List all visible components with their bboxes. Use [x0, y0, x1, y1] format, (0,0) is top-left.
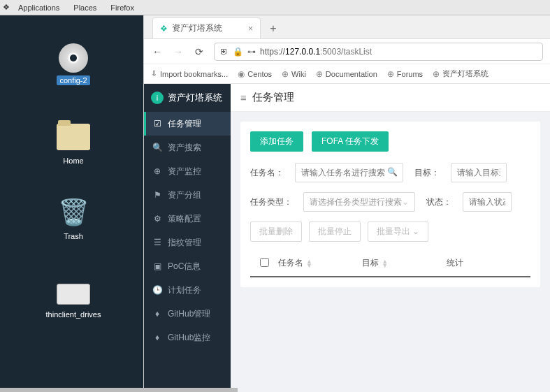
import-icon: ⇩ — [151, 69, 157, 78]
clock-icon: 🕒 — [152, 285, 162, 295]
system-icon: ❖ — [3, 3, 10, 12]
search-icon[interactable]: 🔍 — [387, 167, 398, 177]
app-root: i 资产灯塔系统 ☑任务管理 🔍资产搜索 ⊕资产监控 ⚑资产分组 ⚙策略配置 ☰… — [144, 84, 550, 392]
trash-icon: 🗑️ — [57, 196, 90, 229]
gear-icon: ⚙ — [152, 214, 162, 224]
os-taskbar — [0, 388, 238, 392]
filter-target-label: 目标： — [414, 167, 440, 179]
chevron-down-icon: ⌄ — [402, 197, 409, 207]
reload-button[interactable]: ⟳ — [193, 46, 205, 57]
fofa-task-button[interactable]: FOFA 任务下发 — [312, 131, 389, 152]
globe-icon: ⊕ — [433, 69, 440, 79]
filter-status-label: 状态： — [426, 196, 451, 208]
icon-label: thinclient_drives — [46, 310, 101, 319]
new-tab-button[interactable]: + — [263, 19, 283, 38]
address-bar[interactable]: ⛨ 🔒 ⊶ https://127.0.0.1:5003/taskList — [214, 43, 543, 61]
chevron-down-icon: ⌄ — [412, 226, 419, 236]
os-topbar: ❖ Applications Places Firefox — [0, 0, 550, 15]
icon-label: Trash — [64, 232, 83, 240]
info-icon: ▣ — [152, 261, 162, 271]
globe-icon: ⊕ — [387, 69, 394, 79]
shield-icon: ⛨ — [220, 47, 229, 57]
brand-logo-icon: i — [151, 92, 164, 104]
desktop-icon-home[interactable]: Home — [35, 120, 112, 165]
group-icon: ⚑ — [152, 190, 162, 200]
icon-label: config-2 — [57, 75, 89, 85]
sidebar: i 资产灯塔系统 ☑任务管理 🔍资产搜索 ⊕资产监控 ⚑资产分组 ⚙策略配置 ☰… — [144, 84, 231, 392]
desktop-icon-config2[interactable]: config-2 — [35, 43, 112, 85]
col-task-name[interactable]: 任务名▲▼ — [278, 257, 362, 269]
github-icon: ♦ — [152, 309, 162, 319]
bookmark-docs[interactable]: ⊕Documentation — [316, 69, 377, 79]
url-bar: ← → ⟳ ⛨ 🔒 ⊶ https://127.0.0.1:5003/taskL… — [144, 39, 550, 64]
browser-window: ❖ 资产灯塔系统 × + ← → ⟳ ⛨ 🔒 ⊶ https://127.0.0… — [143, 15, 550, 392]
desktop-icon-thinclient[interactable]: thinclient_drives — [35, 274, 112, 319]
tab-favicon-icon: ❖ — [160, 24, 168, 34]
globe-icon: ⊕ — [282, 69, 289, 79]
filter-type-label: 任务类型： — [250, 196, 292, 208]
bookmark-app[interactable]: ⊕资产灯塔系统 — [433, 68, 489, 79]
sidebar-item-group[interactable]: ⚑资产分组 — [144, 183, 231, 207]
table-header: 任务名▲▼ 目标▲▼ 统计 — [250, 250, 530, 277]
forward-button[interactable]: → — [172, 46, 184, 57]
tab-title: 资产灯塔系统 — [172, 22, 222, 34]
sidebar-item-monitor[interactable]: ⊕资产监控 — [144, 159, 231, 183]
desktop: config-2 Home 🗑️ Trash thinclient_drives — [0, 15, 143, 392]
search-icon: 🔍 — [152, 143, 162, 152]
menu-applications[interactable]: Applications — [11, 3, 66, 12]
bookmark-wiki[interactable]: ⊕Wiki — [282, 69, 306, 79]
icon-label: Home — [63, 157, 83, 165]
batch-delete-button[interactable]: 批量删除 — [250, 222, 302, 242]
main-panel: ≡ 任务管理 添加任务 FOFA 任务下发 任务名： 🔍 目标： — [231, 84, 550, 392]
menu-firefox[interactable]: Firefox — [103, 3, 141, 12]
globe-icon: ◉ — [238, 69, 245, 79]
lock-icon: 🔒 — [233, 47, 243, 57]
filter-target-input[interactable] — [451, 163, 507, 182]
github-icon: ♦ — [152, 333, 162, 342]
monitor-icon: ⊕ — [152, 166, 162, 176]
menu-places[interactable]: Places — [66, 3, 103, 12]
batch-stop-button[interactable]: 批量停止 — [309, 222, 361, 242]
sidebar-item-schedule[interactable]: 🕒计划任务 — [144, 278, 231, 302]
brand-text: 资产灯塔系统 — [168, 92, 222, 104]
key-icon: ⊶ — [247, 47, 256, 57]
sidebar-brand: i 资产灯塔系统 — [144, 84, 231, 112]
sidebar-item-poc[interactable]: ▣PoC信息 — [144, 254, 231, 278]
filter-type-select[interactable]: 请选择任务类型进行搜索 ⌄ — [303, 192, 415, 212]
sort-icon: ▲▼ — [382, 259, 388, 268]
tab-bar: ❖ 资产灯塔系统 × + — [144, 15, 550, 39]
menu-toggle-icon[interactable]: ≡ — [240, 92, 247, 103]
batch-export-button[interactable]: 批量导出 ⌄ — [368, 222, 428, 242]
sidebar-item-github-manage[interactable]: ♦GitHub管理 — [144, 302, 231, 326]
cd-icon — [59, 43, 88, 73]
sidebar-item-fingerprint[interactable]: ☰指纹管理 — [144, 231, 231, 254]
card: 添加任务 FOFA 任务下发 任务名： 🔍 目标： 任务类型： — [240, 122, 540, 287]
close-icon[interactable]: × — [248, 24, 253, 34]
col-stats: 统计 — [447, 257, 530, 269]
desktop-icon-trash[interactable]: 🗑️ Trash — [35, 196, 112, 240]
bookmark-forums[interactable]: ⊕Forums — [387, 69, 423, 79]
bookmarks-bar: ⇩Import bookmarks... ◉Centos ⊕Wiki ⊕Docu… — [144, 64, 550, 84]
bookmark-centos[interactable]: ◉Centos — [238, 69, 272, 79]
main-header: ≡ 任务管理 — [231, 84, 550, 112]
back-button[interactable]: ← — [151, 46, 164, 57]
sidebar-item-search[interactable]: 🔍资产搜索 — [144, 136, 231, 159]
browser-tab[interactable]: ❖ 资产灯塔系统 × — [152, 17, 261, 38]
page-title: 任务管理 — [252, 91, 294, 104]
globe-icon: ⊕ — [316, 69, 323, 79]
main-body: 添加任务 FOFA 任务下发 任务名： 🔍 目标： 任务类型： — [231, 112, 550, 297]
select-all-checkbox[interactable] — [260, 258, 269, 267]
check-icon: ☑ — [152, 119, 162, 129]
bookmark-import[interactable]: ⇩Import bookmarks... — [151, 69, 228, 78]
sidebar-item-github-monitor[interactable]: ♦GitHub监控 — [144, 326, 231, 349]
filter-name-label: 任务名： — [250, 167, 284, 179]
drive-icon — [57, 274, 90, 307]
list-icon: ☰ — [152, 238, 162, 247]
add-task-button[interactable]: 添加任务 — [250, 131, 303, 152]
sidebar-item-policy[interactable]: ⚙策略配置 — [144, 207, 231, 231]
col-target[interactable]: 目标▲▼ — [362, 257, 446, 269]
filter-status-input[interactable] — [463, 192, 512, 212]
sort-icon: ▲▼ — [306, 259, 312, 268]
folder-icon — [57, 120, 90, 154]
sidebar-item-tasks[interactable]: ☑任务管理 — [144, 112, 231, 136]
